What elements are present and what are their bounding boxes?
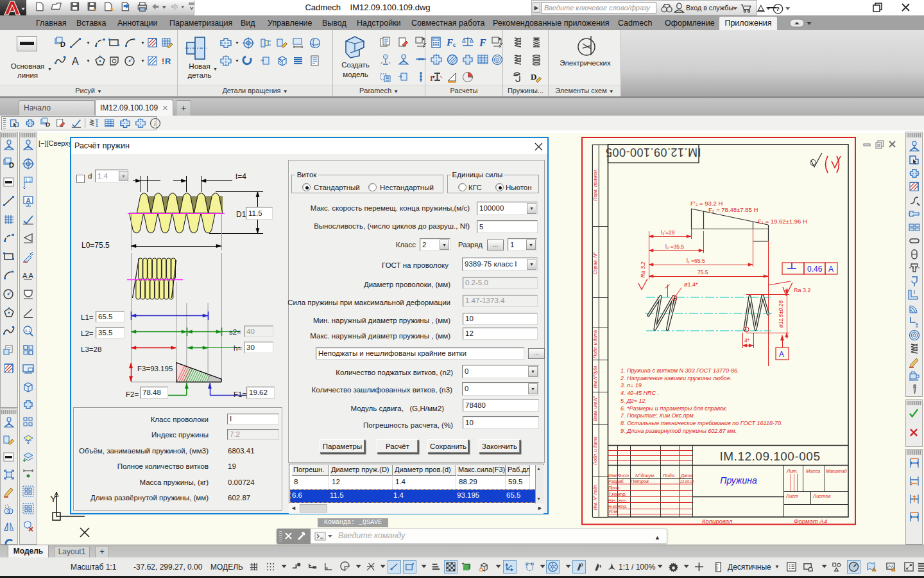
svg-text:Ra 3.2: Ra 3.2 [640,261,646,277]
svg-text:0.46: 0.46 [807,265,823,274]
svg-text:Инв. N° подл.: Инв. N° подл. [593,484,597,511]
svg-text:A:A: A:A [22,272,34,279]
svg-text:A: A [779,350,784,359]
svg-text:2. Направление навивки пружины: 2. Направление навивки пружины любое. [620,375,732,381]
svg-text:R: R [165,57,171,66]
svg-text:Ra 3.2: Ra 3.2 [794,287,811,293]
svg-text:3. n= 19.: 3. n= 19. [620,382,643,389]
svg-text:F: F [479,37,486,48]
svg-text:D: D [60,40,65,48]
svg-text:4*: 4* [744,337,750,344]
svg-text:Инв.N°дубл.: Инв.N°дубл. [593,365,598,389]
svg-text:1.1: 1.1 [25,178,31,182]
svg-text:Нач. сект.: Нач. сект. [608,498,628,502]
svg-text:Лист: Лист [785,493,798,499]
svg-text:Дата: Дата [680,473,693,478]
svg-text:5. Дг= 12.: 5. Дг= 12. [620,398,647,404]
svg-text:9. Длина развернутой пружины 6: 9. Длина развернутой пружины 602.87 мм. [620,428,737,434]
svg-text:23.09.19: 23.09.19 [680,480,694,484]
svg-text:Лит.: Лит. [786,468,798,474]
svg-text:A: A [26,197,31,204]
svg-text:1. Пружина с витком N 303 ГОСТ: 1. Пружина с витком N 303 ГОСТ 13770-86. [620,367,739,374]
svg-text:IM.12.09.100-005: IM.12.09.100-005 [720,450,821,463]
svg-text:ø11.5±0.28: ø11.5±0.28 [778,301,784,328]
svg-text:8. Остальные технические требо: 8. Остальные технические требования по Г… [620,420,782,426]
svg-text:Взам. инв.N°: Взам. инв.N° [593,396,597,421]
svg-text:l₃′=28: l₃′=28 [661,229,675,236]
svg-text:Пров.: Пров. [608,486,620,491]
svg-text:IM.12.09.100-005: IM.12.09.100-005 [605,146,701,159]
svg-text:c: c [453,41,456,48]
svg-text:0.1: 0.1 [25,329,31,333]
svg-text:Подп. и дата: Подп. и дата [593,437,597,465]
svg-text:Изм: Изм [608,473,617,478]
svg-text:7. Покрытие: Хим.Окс.прм.: 7. Покрытие: Хим.Окс.прм. [620,412,695,419]
svg-text:Масштаб: Масштаб [826,469,848,473]
svg-text:!: ! [873,568,874,572]
svg-text:Т.контр.: Т.контр. [608,492,626,497]
svg-text:Справ. N°: Справ. N° [592,252,598,274]
svg-text:6. *Размеры и параметры для сп: 6. *Размеры и параметры для справок. [620,405,728,412]
svg-text:Петров: Петров [631,478,649,484]
svg-text:A: A [72,56,79,67]
svg-text:D: D [46,121,50,128]
svg-text:Утв.: Утв. [608,509,619,514]
svg-text:ø1.4*: ø1.4* [684,281,698,288]
svg-text:A: A [828,265,834,274]
svg-text:F₁ = 19.62±1.96 H: F₁ = 19.62±1.96 H [758,218,807,225]
svg-text:Копировал: Копировал [702,518,733,525]
svg-text:Подп. и дата: Подп. и дата [593,330,597,358]
svg-text:F₂ = 78.48±7.85 H: F₂ = 78.48±7.85 H [708,206,758,213]
svg-text:Вход в службы: Вход в службы [686,4,733,12]
svg-text:D: D [531,72,536,82]
svg-text:Подп.: Подп. [663,473,676,478]
svg-text:l₂ =35.5: l₂ =35.5 [665,243,684,250]
svg-text:l₁ =65.5: l₁ =65.5 [687,258,705,264]
svg-text:Листов: Листов [812,493,830,499]
svg-text:Разраб.: Разраб. [608,479,624,484]
svg-text:Формат A4: Формат A4 [794,518,827,525]
svg-text:F: F [446,37,453,48]
svg-text:Лист.: Лист. [617,473,630,478]
svg-text:Пружина: Пружина [720,475,757,486]
svg-text:75.5: 75.5 [697,269,708,276]
svg-text:I: I [430,74,433,83]
svg-text:4. 40-45 HRC .: 4. 40-45 HRC . [620,390,659,396]
svg-text:Масса: Масса [806,468,820,474]
svg-text:!: ! [162,57,164,66]
svg-text:N°докум.: N°докум. [635,473,655,478]
svg-text:i: i [154,120,156,127]
svg-text:Н.контр.: Н.контр. [608,504,628,509]
svg-text:D: D [9,161,14,169]
svg-text:Перв. примен.: Перв. примен. [592,169,598,201]
